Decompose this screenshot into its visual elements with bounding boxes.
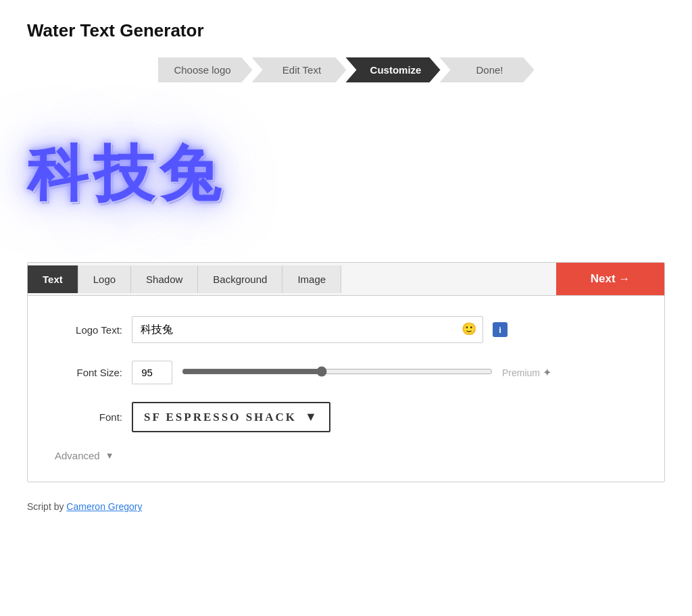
- premium-label: Premium: [502, 367, 540, 378]
- tab-shadow[interactable]: Shadow: [131, 265, 198, 293]
- font-selector-text: SF Espresso Shack: [144, 411, 297, 424]
- info-icon[interactable]: i: [493, 322, 508, 337]
- tab-content-text: Logo Text: 🙂 i Font Size: Premium ✦ Font…: [28, 296, 664, 482]
- next-button[interactable]: Next →: [556, 263, 664, 295]
- font-row: Font: SF Espresso Shack ▼: [55, 402, 637, 432]
- logo-preview-text: 科技兔: [27, 133, 226, 215]
- preview-area: 科技兔: [27, 107, 665, 242]
- wizard-step-done[interactable]: Done!: [440, 57, 535, 82]
- logo-text-row: Logo Text: 🙂 i: [55, 316, 637, 343]
- footer: Script by Cameron Gregory: [27, 501, 665, 512]
- font-selector[interactable]: SF Espresso Shack ▼: [132, 402, 330, 432]
- footer-text: Script by: [27, 501, 66, 512]
- wizard-step-choose-logo[interactable]: Choose logo: [158, 57, 253, 82]
- font-label: Font:: [55, 411, 122, 423]
- emoji-icon[interactable]: 🙂: [462, 322, 476, 336]
- advanced-label: Advanced: [55, 450, 100, 461]
- premium-badge: Premium ✦: [502, 366, 551, 379]
- logo-text-label: Logo Text:: [55, 324, 122, 336]
- chevron-down-icon: ▼: [305, 410, 318, 424]
- wizard-step-customize[interactable]: Customize: [346, 57, 441, 82]
- tab-image[interactable]: Image: [282, 265, 341, 293]
- wizard-steps: Choose logo Edit Text Customize Done!: [27, 57, 665, 82]
- wizard-step-edit-text[interactable]: Edit Text: [252, 57, 347, 82]
- font-size-label: Font Size:: [55, 367, 122, 378]
- tab-logo[interactable]: Logo: [78, 265, 131, 293]
- tab-text[interactable]: Text: [28, 265, 78, 293]
- footer-link[interactable]: Cameron Gregory: [66, 501, 142, 512]
- font-size-row: Font Size: Premium ✦: [55, 361, 637, 384]
- slider-wrapper: [182, 366, 493, 380]
- advanced-row[interactable]: Advanced ▼: [55, 450, 637, 461]
- logo-text-input[interactable]: [132, 316, 483, 343]
- font-size-slider[interactable]: [182, 366, 493, 377]
- font-size-input[interactable]: [132, 361, 172, 384]
- advanced-arrow-icon: ▼: [105, 451, 114, 461]
- tab-bar: Text Logo Shadow Background Image Next →: [28, 263, 664, 296]
- tab-background[interactable]: Background: [198, 265, 282, 293]
- controls-panel: Text Logo Shadow Background Image Next →…: [27, 262, 665, 482]
- page-title: Water Text Generator: [27, 20, 665, 41]
- logo-text-input-wrapper: 🙂: [132, 316, 483, 343]
- star-icon: ✦: [543, 366, 551, 379]
